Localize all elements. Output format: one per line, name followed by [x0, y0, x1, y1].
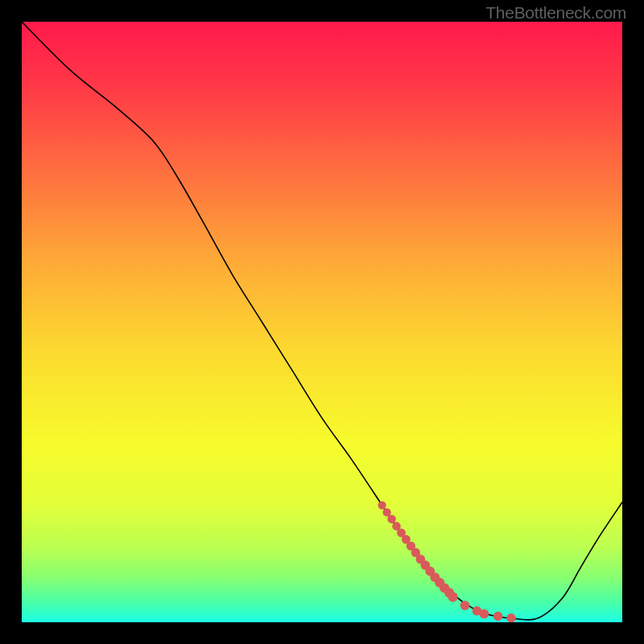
chart-frame: TheBottleneck.com: [0, 0, 644, 644]
highlight-dot: [387, 514, 396, 523]
highlight-dot: [378, 501, 386, 509]
highlight-dot: [493, 612, 503, 621]
gradient-background: [22, 22, 622, 622]
highlight-dot: [448, 592, 458, 602]
plot-area: [22, 22, 622, 622]
highlight-dot: [506, 613, 516, 622]
chart-svg: [22, 22, 622, 622]
highlight-dot: [460, 601, 470, 610]
watermark-text: TheBottleneck.com: [485, 3, 626, 23]
highlight-dot: [480, 609, 489, 619]
